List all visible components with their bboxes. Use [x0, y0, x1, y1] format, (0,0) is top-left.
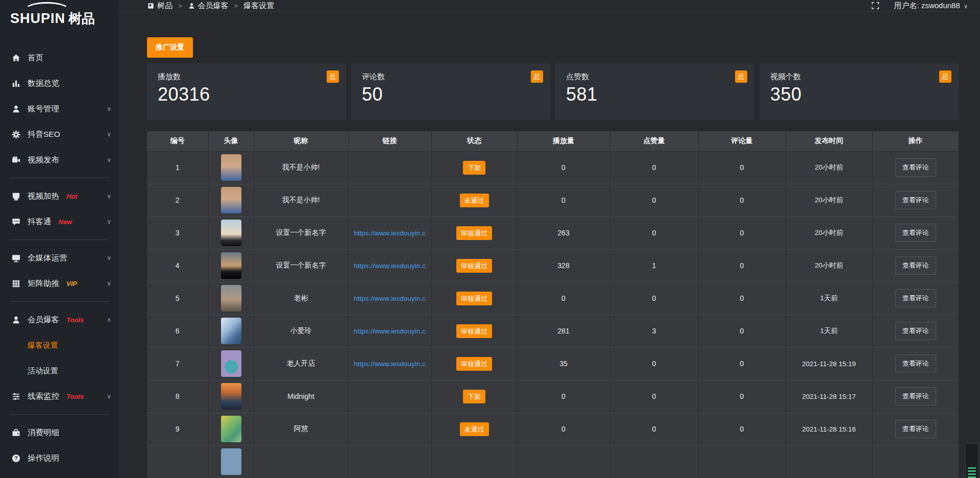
view-comments-button[interactable]: 查看评论 [895, 256, 936, 275]
sidebar-divider [9, 414, 109, 415]
avatar [221, 383, 241, 410]
cell-action: 查看评论 [872, 413, 959, 445]
breadcrumb-label: 树品 [157, 1, 173, 11]
sidebar-item-0[interactable]: 首页 [0, 45, 118, 70]
avatar [221, 448, 241, 475]
stat-value: 50 [362, 84, 541, 105]
table-row: 4 设置一个新名字 https://www.iesdouyin.c 审核通过 3… [147, 249, 959, 282]
fullscreen-icon[interactable] [871, 1, 880, 10]
breadcrumb-item-1[interactable]: 会员爆客 [188, 1, 229, 11]
sidebar-item-12[interactable]: ? 操作说明 [0, 445, 118, 471]
cell-plays: 0 [517, 380, 610, 413]
cell-link: https://www.iesdouyin.c [348, 249, 431, 282]
chart-icon [11, 79, 21, 88]
cell-link: https://www.iesdouyin.c [348, 282, 431, 315]
cell-id: 4 [147, 249, 208, 282]
video-link[interactable]: https://www.iesdouyin.c [354, 262, 425, 270]
svg-text:?: ? [14, 456, 17, 461]
chevron-icon: ∨ [107, 156, 111, 163]
cell-publish-time [786, 445, 872, 478]
cell-avatar [208, 217, 254, 249]
breadcrumb-item-2[interactable]: 爆客设置 [243, 1, 274, 11]
cell-status: 审核通过 [431, 217, 517, 249]
column-header: 播放量 [517, 131, 610, 151]
view-comments-button[interactable]: 查看评论 [895, 387, 936, 405]
sidebar-item-label: 会员爆客 [28, 315, 59, 325]
cell-publish-time: 20小时前 [786, 249, 872, 282]
gear-icon [11, 130, 21, 139]
cell-status: 下架 [431, 151, 517, 184]
video-link[interactable]: https://www.iesdouyin.c [354, 295, 425, 302]
view-comments-button[interactable]: 查看评论 [895, 191, 936, 209]
cell-publish-time: 1天前 [786, 315, 872, 347]
status-badge: 审核通过 [456, 259, 492, 273]
column-header: 昵称 [254, 131, 348, 151]
sidebar-item-4[interactable]: 视频发布 ∨ [0, 147, 118, 173]
promotion-settings-button[interactable]: 推广设置 [147, 37, 193, 58]
chevron-icon: ∨ [107, 254, 111, 261]
logo-text-cn: 树品 [68, 10, 95, 28]
cell-plays: 263 [517, 217, 610, 249]
cell-avatar [208, 380, 254, 413]
cell-comments: 0 [698, 315, 786, 347]
cell-publish-time: 1天前 [786, 282, 872, 315]
username-label: 用户名: [894, 1, 919, 10]
cell-plays [517, 445, 610, 478]
cell-status: 审核通过 [431, 315, 517, 347]
cell-avatar [208, 445, 254, 478]
status-badge: 未通过 [460, 422, 489, 436]
view-comments-button[interactable]: 查看评论 [895, 354, 936, 373]
table-row: 7 老人开店 https://www.iesdouyin.c 审核通过 35 0… [147, 347, 959, 380]
cell-publish-time: 20小时前 [786, 217, 872, 249]
sidebar-item-11[interactable]: 消费明细 [0, 420, 118, 445]
sidebar-subitem-9-1[interactable]: 活动设置 [0, 358, 118, 384]
stat-cards: 播放数 20316 总 评论数 50 总 点赞数 581 总 视频个数 350 … [147, 63, 959, 120]
view-comments-button[interactable]: 查看评论 [895, 420, 936, 438]
column-header: 状态 [431, 131, 517, 151]
sidebar-subitem-9-0[interactable]: 爆客设置 [0, 332, 118, 358]
avatar [221, 416, 241, 442]
view-comments-button[interactable]: 查看评论 [895, 158, 936, 177]
sidebar-item-9[interactable]: 会员爆客 Tools ∧ [0, 307, 118, 332]
stat-label: 播放数 [158, 72, 337, 82]
video-link[interactable]: https://www.iesdouyin.c [354, 360, 425, 368]
view-comments-button[interactable]: 查看评论 [895, 322, 936, 340]
column-header: 发布时间 [786, 131, 872, 151]
video-icon [11, 155, 21, 165]
table-row: 3 设置一个新名字 https://www.iesdouyin.c 审核通过 2… [147, 217, 959, 249]
cell-publish-time: 20小时前 [786, 151, 872, 184]
cell-id: 9 [147, 413, 208, 445]
sidebar-item-label: 数据总览 [28, 78, 59, 89]
breadcrumb-item-0[interactable]: 树品 [147, 1, 173, 11]
stat-card-0: 播放数 20316 总 [147, 63, 346, 120]
cell-avatar [208, 282, 254, 315]
dashboard-icon [147, 2, 155, 10]
sidebar-item-8[interactable]: 矩阵助推 VIP ∨ [0, 271, 118, 296]
cell-nickname: 设置一个新名字 [254, 249, 348, 282]
user-menu[interactable]: 用户名: zswodun88 ∨ [894, 1, 968, 11]
sidebar-item-1[interactable]: 数据总览 [0, 70, 118, 96]
avatar [221, 154, 241, 181]
floating-widget[interactable] [965, 443, 978, 478]
video-link[interactable]: https://www.iesdouyin.c [354, 229, 425, 237]
view-comments-button[interactable]: 查看评论 [895, 289, 936, 307]
grid-icon [11, 279, 21, 289]
stat-value: 581 [566, 84, 745, 105]
cell-id: 7 [147, 347, 208, 380]
total-badge: 总 [939, 70, 951, 83]
sidebar-item-10[interactable]: 线索监控 Tools ∨ [0, 384, 118, 409]
video-link[interactable]: https://www.iesdouyin.c [354, 327, 425, 335]
cell-action [872, 445, 959, 478]
sidebar-item-5[interactable]: 视频加热 Hot ∨ [0, 183, 118, 209]
cell-comments: 0 [698, 217, 786, 249]
user-icon [188, 2, 195, 10]
view-comments-button[interactable]: 查看评论 [895, 224, 936, 242]
records-table-wrap: 编号头像昵称链接状态播放量点赞量评论量发布时间操作 1 我不是小帅! 下架 0 … [147, 131, 959, 478]
chevron-icon: ∧ [107, 316, 111, 323]
sidebar-item-2[interactable]: 账号管理 ∨ [0, 96, 118, 122]
sidebar-item-6[interactable]: 抖客通 New ∨ [0, 209, 118, 234]
cell-link [348, 413, 431, 445]
cell-status: 下架 [431, 380, 517, 413]
sidebar-item-7[interactable]: 全媒体运营 ∨ [0, 245, 118, 271]
sidebar-item-3[interactable]: 抖音SEO ∨ [0, 122, 118, 147]
